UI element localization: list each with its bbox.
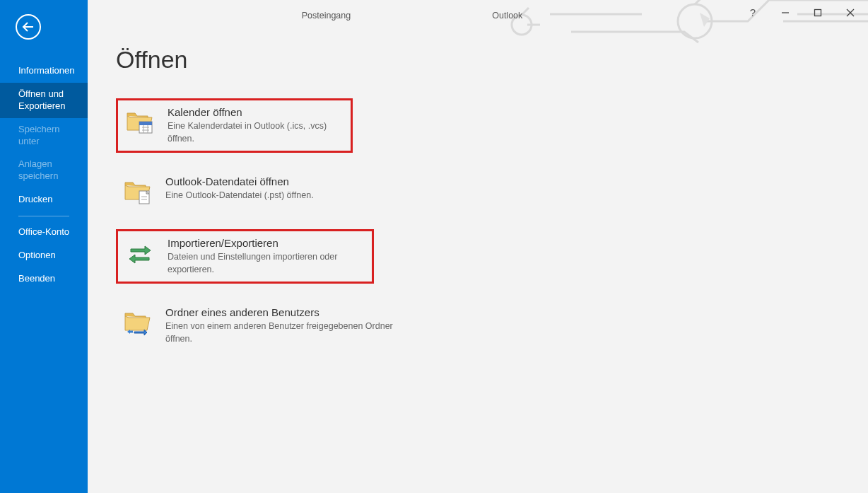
backstage-sidebar: Informationen Öffnen und Exportieren Spe…: [0, 0, 88, 493]
sidebar-item-anlagen-speichern[interactable]: Anlagen speichern: [0, 153, 88, 188]
titlebar-context: Posteingang: [302, 11, 351, 21]
back-button[interactable]: [16, 14, 41, 40]
import-export-icon: [125, 238, 155, 268]
sidebar-item-oeffnen-exportieren[interactable]: Öffnen und Exportieren: [0, 83, 88, 118]
option-title: Ordner eines anderen Benutzers: [165, 306, 399, 318]
titlebar-appname: Outlook: [492, 11, 522, 21]
help-button[interactable]: ?: [737, 3, 769, 23]
calendar-folder-icon: [125, 108, 155, 137]
page-title: Öffnen: [116, 46, 840, 74]
sidebar-item-beenden[interactable]: Beenden: [0, 267, 88, 291]
option-title: Importieren/Exportieren: [168, 237, 365, 249]
sidebar-divider: [18, 216, 69, 216]
shared-folder-icon: [123, 308, 153, 337]
window-controls: ?: [737, 3, 868, 23]
maximize-button[interactable]: [802, 3, 834, 23]
sidebar-item-optionen[interactable]: Optionen: [0, 244, 88, 267]
sidebar-item-drucken[interactable]: Drucken: [0, 188, 88, 211]
svg-rect-3: [815, 9, 821, 16]
sidebar-item-office-konto[interactable]: Office-Konto: [0, 221, 88, 244]
option-desc: Eine Kalenderdatei in Outlook (.ics, .vc…: [168, 120, 344, 145]
option-kalender-oeffnen[interactable]: Kalender öffnen Eine Kalenderdatei in Ou…: [116, 98, 353, 153]
datafile-folder-icon: [123, 177, 153, 207]
sidebar-item-speichern-unter[interactable]: Speichern unter: [0, 118, 88, 153]
minimize-button[interactable]: [769, 3, 802, 23]
option-desc: Dateien und Einstellungen importieren od…: [168, 251, 365, 276]
close-button[interactable]: [834, 3, 867, 23]
backstage-main: Öffnen Kalender öffnen Eine Kalenderdate…: [88, 25, 868, 493]
option-datendatei-oeffnen[interactable]: Outlook-Datendatei öffnen Eine Outlook-D…: [116, 170, 406, 212]
option-import-export[interactable]: Importieren/Exportieren Dateien und Eins…: [116, 229, 374, 284]
option-title: Outlook-Datendatei öffnen: [165, 175, 314, 187]
option-ordner-anderer-benutzer[interactable]: Ordner eines anderen Benutzers Einen von…: [116, 301, 406, 351]
option-desc: Eine Outlook-Datendatei (.pst) öffnen.: [165, 190, 314, 202]
sidebar-item-informationen[interactable]: Informationen: [0, 59, 88, 83]
option-desc: Einen von einem anderen Benutzer freigeg…: [165, 320, 399, 345]
option-title: Kalender öffnen: [168, 106, 344, 118]
titlebar: Posteingang Outlook ?: [88, 0, 868, 25]
svg-rect-8: [139, 122, 152, 125]
